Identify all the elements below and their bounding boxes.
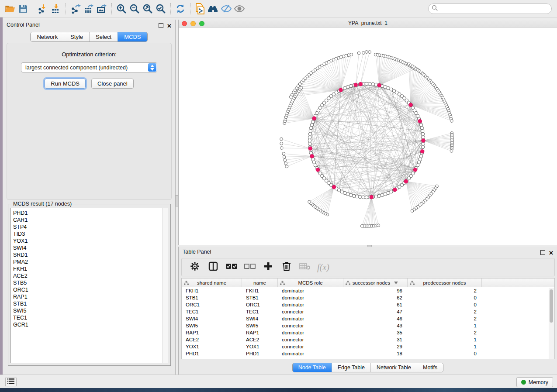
export-network-button[interactable] [69, 2, 82, 15]
refresh-button[interactable] [174, 2, 187, 15]
mcds-node[interactable] [310, 154, 314, 158]
close-panel-button[interactable]: ✕ [549, 249, 554, 257]
network-node[interactable] [419, 155, 423, 158]
network-leaf-node[interactable] [280, 147, 283, 150]
mcds-result-item[interactable]: YOX1 [13, 237, 168, 244]
table-settings-button[interactable] [189, 261, 201, 273]
tab-network[interactable]: Network [31, 32, 64, 41]
network-node[interactable] [371, 83, 375, 86]
vertical-splitter-handle[interactable] [175, 195, 178, 206]
zoom-fit-button[interactable] [141, 2, 154, 15]
find-binoculars-button[interactable] [207, 2, 220, 15]
mcds-result-item[interactable]: GCR1 [13, 321, 168, 328]
mcds-result-item[interactable]: STB1 [13, 300, 168, 307]
save-session-button[interactable] [17, 2, 30, 15]
mcds-node[interactable] [359, 82, 363, 86]
network-node[interactable] [374, 195, 378, 198]
delete-column-button[interactable] [280, 261, 293, 273]
network-node[interactable] [310, 123, 314, 127]
table-row[interactable]: SWI5SWI5connector431 [182, 322, 554, 329]
clone-network-button[interactable] [194, 2, 207, 15]
import-network-button[interactable] [36, 2, 49, 15]
network-node[interactable] [309, 129, 312, 133]
network-leaf-node[interactable] [368, 51, 371, 54]
network-leaf-node[interactable] [360, 224, 363, 227]
network-leaf-node[interactable] [283, 155, 286, 158]
mcds-result-item[interactable]: TID3 [13, 230, 168, 237]
network-node[interactable] [308, 136, 311, 139]
close-panel-button[interactable]: ✕ [167, 22, 172, 30]
show-graphics-button[interactable] [233, 2, 246, 15]
run-mcds-button[interactable]: Run MCDS [45, 79, 86, 89]
network-node[interactable] [349, 193, 353, 197]
network-node[interactable] [362, 196, 365, 199]
mcds-result-item[interactable]: RAP1 [13, 293, 168, 300]
mcds-node[interactable] [308, 147, 312, 151]
network-leaf-node[interactable] [365, 51, 368, 54]
network-node[interactable] [365, 196, 368, 199]
zoom-selected-button[interactable] [154, 2, 167, 15]
import-table-button[interactable] [49, 2, 62, 15]
mcds-result-item[interactable]: SWI4 [13, 244, 168, 251]
mcds-node[interactable] [377, 83, 381, 87]
column-header-name[interactable]: name [242, 279, 278, 287]
network-leaf-node[interactable] [450, 120, 453, 123]
mcds-result-item[interactable]: ORC1 [13, 286, 168, 293]
mcds-node[interactable] [339, 88, 343, 92]
table-scrollbar-thumb[interactable] [550, 289, 553, 323]
mcds-node[interactable] [404, 179, 408, 183]
table-row[interactable]: FKH1FKH1dominator962 [182, 287, 554, 294]
float-panel-button[interactable] [159, 22, 163, 30]
mcds-node[interactable] [332, 185, 336, 189]
select-all-button[interactable] [225, 261, 238, 273]
table-row[interactable]: PHD1PHD1dominator180 [182, 350, 554, 357]
network-leaf-node[interactable] [411, 210, 414, 213]
mcds-node[interactable] [393, 188, 397, 192]
mcds-node[interactable] [420, 149, 424, 153]
column-header-predecessor-nodes[interactable]: predecessor nodes [408, 279, 482, 287]
table-row[interactable]: TEC1TEC1connector472 [182, 308, 554, 315]
network-node[interactable] [346, 85, 349, 89]
network-node[interactable] [421, 145, 425, 149]
result-scrollbar[interactable] [162, 208, 168, 363]
network-leaf-node[interactable] [284, 158, 287, 162]
tab-motifs[interactable]: Motifs [417, 363, 443, 372]
show-column-button[interactable] [207, 261, 219, 273]
mcds-node[interactable] [354, 83, 358, 87]
tab-edge-table[interactable]: Edge Table [332, 363, 370, 372]
network-node[interactable] [308, 139, 311, 142]
mcds-result-item[interactable]: PMA2 [13, 258, 168, 265]
network-leaf-node[interactable] [300, 86, 303, 89]
zoom-out-button[interactable] [128, 2, 141, 15]
window-zoom-button[interactable] [199, 21, 204, 26]
tab-style[interactable]: Style [64, 32, 89, 41]
mcds-result-item[interactable]: STB5 [13, 279, 168, 286]
column-header-shared-name[interactable]: shared name [182, 279, 242, 287]
memory-button[interactable]: Memory [516, 377, 553, 387]
table-scrollbar[interactable] [549, 288, 554, 359]
network-leaf-node[interactable] [362, 52, 365, 55]
network-node[interactable] [368, 82, 371, 86]
tab-select[interactable]: Select [89, 32, 118, 41]
mcds-result-item[interactable]: ACE2 [13, 272, 168, 279]
network-search-box[interactable] [428, 3, 552, 14]
zoom-in-button[interactable] [115, 2, 128, 15]
network-node[interactable] [359, 195, 362, 199]
mcds-node[interactable] [409, 103, 413, 107]
mcds-result-listbox[interactable]: PHD1CAR1STP4TID3YOX1SWI4SRD1PMA2FKH1ACE2… [10, 208, 168, 363]
network-leaf-node[interactable] [308, 200, 311, 203]
network-leaf-node[interactable] [350, 53, 353, 56]
network-node[interactable] [309, 126, 313, 130]
task-history-button[interactable] [5, 378, 17, 386]
network-node[interactable] [421, 133, 425, 136]
mcds-result-item[interactable]: FKH1 [13, 265, 168, 272]
network-node[interactable] [377, 194, 381, 198]
table-row[interactable]: YOX1YOX1connector291 [182, 343, 554, 350]
export-image-button[interactable] [95, 2, 108, 15]
network-leaf-node[interactable] [282, 152, 285, 155]
network-leaf-node[interactable] [450, 149, 453, 152]
close-panel-button[interactable]: Close panel [91, 79, 134, 89]
network-canvas[interactable] [179, 28, 557, 244]
network-node[interactable] [381, 193, 384, 197]
table-row[interactable]: STB1STB1dominator620 [182, 294, 554, 301]
